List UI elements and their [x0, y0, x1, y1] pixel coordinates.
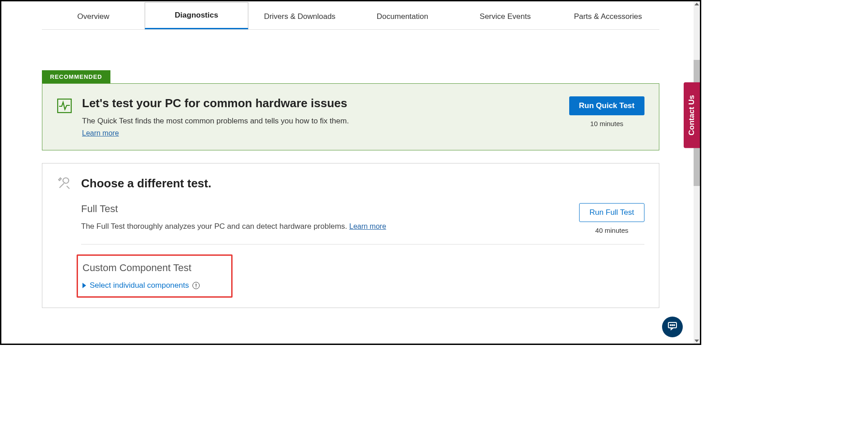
tab-drivers[interactable]: Drivers & Downloads [248, 4, 351, 29]
tabs-nav: Overview Diagnostics Drivers & Downloads… [42, 1, 659, 30]
tools-icon [57, 176, 71, 190]
full-test-actions: Run Full Test 40 minutes [579, 203, 644, 234]
info-icon[interactable]: ! [192, 282, 200, 289]
select-components-link[interactable]: Select individual components ! [82, 281, 200, 290]
scroll-up-icon[interactable] [694, 3, 699, 5]
other-title: Choose a different test. [81, 177, 211, 190]
scrollbar-track[interactable] [694, 1, 700, 344]
select-components-label: Select individual components [90, 281, 189, 290]
scroll-down-icon[interactable] [694, 340, 699, 342]
svg-point-3 [672, 325, 673, 326]
svg-point-4 [674, 325, 675, 326]
quick-test-time: 10 minutes [569, 120, 644, 127]
tab-diagnostics[interactable]: Diagnostics [145, 2, 248, 29]
run-quick-test-button[interactable]: Run Quick Test [569, 96, 644, 115]
full-test-desc: The Full Test thoroughly analyzes your P… [81, 222, 386, 231]
contact-us-tab[interactable]: Contact Us [684, 82, 700, 148]
recommended-left: Let's test your PC for common hardware i… [57, 96, 349, 137]
full-test-title: Full Test [81, 203, 386, 215]
page-root: Overview Diagnostics Drivers & Downloads… [1, 1, 700, 344]
tab-documentation[interactable]: Documentation [351, 4, 454, 29]
tab-overview[interactable]: Overview [42, 4, 145, 29]
recommended-actions: Run Quick Test 10 minutes [569, 96, 644, 127]
full-test-desc-text: The Full Test thoroughly analyzes your P… [81, 222, 349, 231]
chat-icon [667, 321, 678, 333]
other-tests-card: Choose a different test. Full Test The F… [42, 163, 659, 308]
other-header: Choose a different test. [57, 176, 644, 190]
caret-right-icon [82, 283, 86, 288]
recommended-badge: RECOMMENDED [42, 70, 110, 83]
heartbeat-icon [57, 98, 72, 113]
svg-point-2 [670, 325, 671, 326]
full-test-section: Full Test The Full Test thoroughly analy… [81, 203, 644, 245]
run-full-test-button[interactable]: Run Full Test [579, 203, 644, 222]
full-test-time: 40 minutes [579, 227, 644, 234]
tab-service-events[interactable]: Service Events [454, 4, 557, 29]
full-test-learn-more-link[interactable]: Learn more [349, 222, 386, 230]
recommended-title: Let's test your PC for common hardware i… [82, 96, 349, 110]
chat-button[interactable] [662, 317, 683, 337]
recommended-desc: The Quick Test finds the most common pro… [82, 117, 349, 126]
main-content: RECOMMENDED Let's test your PC for commo… [42, 30, 659, 308]
custom-test-section: Custom Component Test Select individual … [81, 254, 644, 298]
recommended-card: Let's test your PC for common hardware i… [42, 83, 659, 150]
tab-parts[interactable]: Parts & Accessories [557, 4, 659, 29]
recommended-learn-more-link[interactable]: Learn more [82, 129, 119, 137]
custom-test-title: Custom Component Test [82, 262, 200, 274]
custom-test-highlight: Custom Component Test Select individual … [77, 254, 233, 298]
